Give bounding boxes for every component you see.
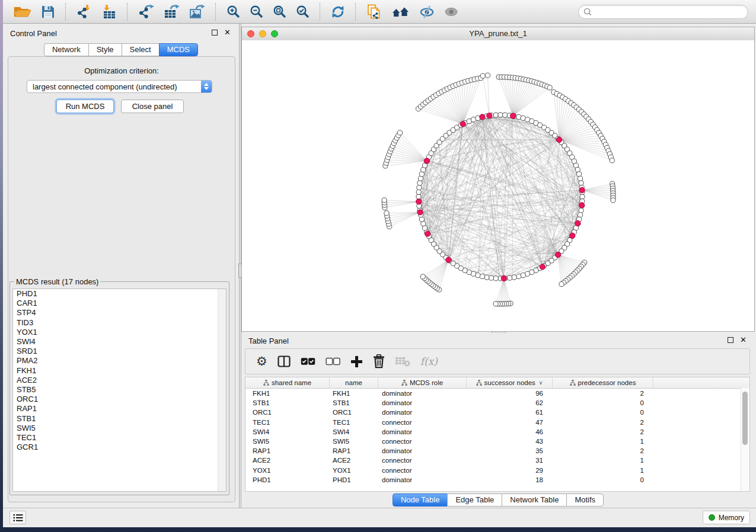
graph-node[interactable] — [521, 273, 525, 278]
minimize-window-icon[interactable] — [259, 30, 266, 37]
graph-node[interactable] — [384, 211, 389, 216]
graph-node[interactable] — [417, 185, 422, 190]
refresh-layout-button[interactable] — [328, 2, 348, 22]
close-panel-button[interactable]: Close panel — [121, 100, 184, 113]
task-history-button[interactable] — [9, 511, 26, 524]
graph-node-dominator[interactable] — [460, 121, 465, 127]
export-network-button[interactable] — [135, 2, 157, 22]
graph-node[interactable] — [493, 302, 498, 306]
graph-node-dominator[interactable] — [417, 210, 423, 215]
graph-node[interactable] — [480, 73, 485, 78]
tab-mcds[interactable]: MCDS — [159, 43, 198, 56]
column-header[interactable]: predecessor nodes — [553, 377, 653, 388]
float-panel-icon[interactable] — [212, 30, 218, 36]
list-item[interactable]: FKH1 — [13, 366, 226, 376]
graph-node-dominator[interactable] — [579, 187, 585, 193]
sort-descending-icon[interactable]: ∨ — [539, 380, 543, 386]
network-titlebar[interactable]: YPA_prune.txt_1 — [242, 27, 754, 41]
tab-network-table[interactable]: Network Table — [502, 493, 567, 507]
export-table-button[interactable] — [161, 2, 183, 22]
list-item[interactable]: YOX1 — [13, 328, 226, 337]
search-input[interactable] — [592, 6, 748, 18]
graph-node-dominator[interactable] — [540, 264, 545, 270]
delete-table-button[interactable] — [395, 356, 410, 367]
open-file-button[interactable] — [11, 2, 34, 22]
graph-node[interactable] — [516, 114, 521, 119]
list-item[interactable]: STB1 — [13, 414, 226, 424]
graph-node-dominator[interactable] — [424, 158, 429, 164]
table-row[interactable]: ACE2ACE2connector311 — [245, 456, 749, 465]
close-panel-icon[interactable]: ✕ — [224, 30, 230, 36]
graph-node[interactable] — [420, 274, 425, 279]
show-all-button[interactable] — [441, 2, 461, 22]
list-item[interactable]: SWI5 — [13, 424, 226, 433]
graph-node-dominator[interactable] — [575, 220, 580, 226]
maximize-window-icon[interactable] — [271, 30, 278, 37]
graph-node-dominator[interactable] — [487, 113, 492, 118]
graph-node-dominator[interactable] — [579, 203, 585, 208]
graph-node[interactable] — [512, 275, 516, 280]
tab-node-table[interactable]: Node Table — [393, 493, 448, 507]
graph-node[interactable] — [484, 275, 489, 280]
graph-node[interactable] — [382, 198, 387, 203]
clone-network-button[interactable] — [363, 2, 385, 22]
graph-node[interactable] — [610, 158, 614, 163]
graph-node[interactable] — [493, 276, 498, 281]
list-item[interactable]: CAR1 — [13, 299, 226, 308]
scrollbar-thumb[interactable] — [742, 392, 748, 445]
list-item[interactable]: GCR1 — [13, 443, 226, 452]
graph-node[interactable] — [547, 85, 552, 90]
graph-node[interactable] — [416, 194, 421, 199]
column-header[interactable]: name — [330, 377, 378, 388]
list-item[interactable]: STP4 — [13, 308, 226, 318]
column-header[interactable]: successor nodes∨ — [467, 377, 553, 388]
graph-node[interactable] — [417, 181, 422, 185]
table-row[interactable]: STB1STB1dominator620 — [245, 398, 749, 408]
graph-node-dominator[interactable] — [480, 114, 485, 120]
zoom-in-button[interactable] — [224, 2, 243, 22]
graph-node[interactable] — [580, 194, 585, 199]
memory-button[interactable]: Memory — [703, 511, 750, 524]
table-row[interactable]: SWI5SWI5connector431 — [245, 437, 749, 446]
close-window-icon[interactable] — [247, 30, 254, 37]
graph-node[interactable] — [503, 113, 508, 117]
table-row[interactable]: YOX1YOX1connector291 — [245, 466, 749, 475]
table-row[interactable]: ORC1ORC1dominator610 — [245, 408, 749, 417]
list-item[interactable]: PMA2 — [13, 356, 226, 366]
graph-node[interactable] — [397, 130, 402, 135]
graph-node[interactable] — [498, 113, 503, 117]
graph-node[interactable] — [578, 213, 582, 217]
list-item[interactable]: PHD1 — [13, 289, 226, 299]
close-table-panel-icon[interactable]: ✕ — [740, 337, 746, 343]
graph-node-dominator[interactable] — [555, 252, 560, 257]
tab-network[interactable]: Network — [44, 43, 89, 56]
table-row[interactable]: SWI4SWI4dominator462 — [245, 427, 749, 437]
column-header[interactable]: MCDS role — [378, 377, 467, 388]
add-column-button[interactable] — [350, 355, 363, 368]
list-item[interactable]: RAP1 — [13, 404, 226, 414]
zoom-out-button[interactable] — [247, 2, 266, 22]
tab-edge-table[interactable]: Edge Table — [447, 493, 502, 507]
table-scrollbar[interactable] — [741, 388, 749, 491]
select-all-button[interactable] — [301, 357, 315, 366]
tab-select[interactable]: Select — [122, 43, 160, 56]
graph-node[interactable] — [418, 176, 423, 181]
settings-gear-button[interactable]: ⚙ — [256, 355, 267, 368]
graph-node-dominator[interactable] — [425, 231, 430, 236]
table-row[interactable]: FKH1FKH1dominator962 — [245, 389, 749, 398]
search-box[interactable] — [578, 5, 748, 19]
list-item[interactable]: TEC1 — [13, 433, 226, 443]
list-item[interactable]: SWI4 — [13, 337, 226, 347]
list-item[interactable]: TID3 — [13, 318, 226, 328]
graph-node[interactable] — [578, 176, 582, 181]
graph-node[interactable] — [579, 181, 583, 185]
list-item[interactable]: SRD1 — [13, 347, 226, 356]
deselect-all-button[interactable] — [326, 357, 340, 366]
graph-node-dominator[interactable] — [511, 113, 516, 118]
function-builder-button[interactable]: f(x) — [420, 355, 438, 367]
graph-node-dominator[interactable] — [501, 275, 506, 281]
save-session-button[interactable] — [38, 2, 58, 22]
list-item[interactable]: ACE2 — [13, 376, 226, 385]
graph-node[interactable] — [489, 275, 493, 280]
graph-node[interactable] — [419, 217, 424, 222]
